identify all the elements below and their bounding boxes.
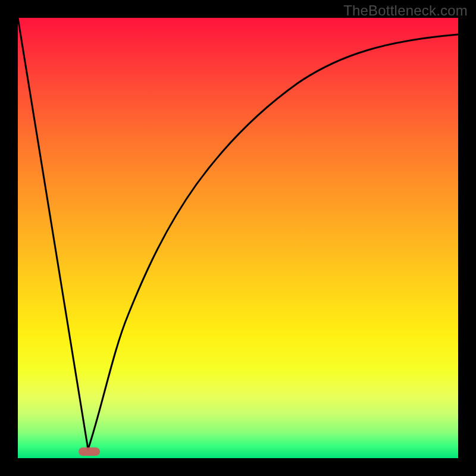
curve-descent: [18, 18, 88, 449]
chart-frame: TheBottleneck.com: [0, 0, 476, 476]
bottleneck-curve: [18, 18, 458, 458]
plot-area: [18, 18, 458, 458]
optimal-marker: [79, 447, 100, 456]
curve-ascent: [88, 35, 458, 449]
watermark-text: TheBottleneck.com: [343, 2, 468, 19]
